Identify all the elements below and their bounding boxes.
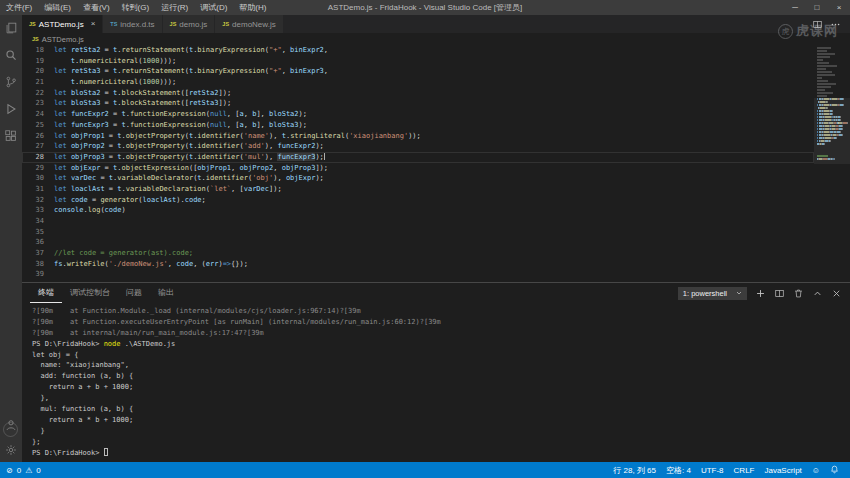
token: , [ (227, 121, 240, 129)
panel: 终端调试控制台问题输出 1: powershell (22, 282, 850, 462)
token: {}); (231, 260, 248, 268)
token: = (109, 110, 122, 118)
token: funcExpr3 (71, 121, 109, 129)
terminal-text: node (104, 340, 121, 348)
search-icon (4, 48, 18, 62)
terminal-text: } (32, 427, 45, 435)
panel-tab-item[interactable]: 输出 (150, 284, 182, 302)
token: "+" (269, 67, 282, 75)
panel-tab-item[interactable]: 调试控制台 (62, 284, 118, 302)
window-title: ASTDemo.js - FridaHook - Visual Studio C… (328, 2, 523, 13)
panel-tab-active[interactable]: 终端 (30, 284, 62, 303)
close-button[interactable]: × (828, 0, 850, 15)
token: => (223, 260, 231, 268)
activitybar-item-extensions[interactable] (3, 128, 19, 144)
activitybar-item-explorer[interactable] (3, 20, 19, 36)
code-text: let objProp2 = t.objectProperty(t.identi… (54, 141, 814, 152)
activitybar-bottom (3, 417, 19, 458)
activitybar-item-settings[interactable] (3, 442, 19, 458)
token: retSta2 (189, 89, 219, 97)
activitybar-item-search[interactable] (3, 47, 19, 63)
menu-item[interactable]: 查看(V) (77, 0, 116, 15)
code-line: 18let retSta2 = t.returnStatement(t.bina… (22, 45, 814, 56)
kill-terminal-trash-icon[interactable] (793, 288, 804, 299)
terminal-shell-select[interactable]: 1: powershell (678, 287, 747, 300)
new-terminal-icon[interactable] (755, 288, 766, 299)
terminal-line: } (32, 426, 850, 437)
token: , (273, 164, 281, 172)
status-encoding[interactable]: UTF-8 (696, 466, 729, 475)
token: varDec (71, 174, 96, 182)
token: let (54, 67, 67, 75)
minimize-button[interactable]: ─ (784, 0, 806, 15)
token: , [ (231, 185, 244, 193)
token: objProp2 (71, 142, 105, 150)
status-language-mode[interactable]: JavaScript (759, 466, 806, 475)
editor: 18let retSta2 = t.returnStatement(t.bina… (22, 45, 850, 282)
code-area[interactable]: 18let retSta2 = t.returnStatement(t.bina… (22, 45, 814, 282)
status-cursor-position[interactable]: 行 28, 列 65 (608, 465, 661, 476)
menu-item[interactable]: 帮助(H) (233, 0, 272, 15)
minimap-seg (817, 62, 829, 64)
token: ]); (315, 164, 328, 172)
token: objectProperty (126, 142, 185, 150)
menu-item[interactable]: 转到(G) (116, 0, 156, 15)
maximize-panel-chevron-up-icon[interactable] (812, 288, 823, 299)
main-area: JSASTDemo.js×TSindex.d.tsJSdemo.jsJSdemo… (0, 15, 850, 462)
split-editor-icon[interactable] (812, 19, 823, 30)
terminal-output[interactable]: ?[90m at Function.Module._load (internal… (22, 303, 850, 462)
feedback-smiley-icon[interactable]: ☺ (807, 466, 825, 475)
breadcrumb[interactable]: JS ASTDemo.js (22, 33, 850, 45)
token: = (100, 89, 113, 97)
token: ; (202, 196, 206, 204)
minimap[interactable] (814, 45, 850, 282)
maximize-button[interactable]: □ (806, 0, 828, 15)
menu-item[interactable]: 文件(F) (0, 0, 38, 15)
more-actions-icon[interactable] (830, 19, 841, 30)
tab-index-d-ts[interactable]: TSindex.d.ts (103, 15, 162, 33)
token: ]); (218, 89, 231, 97)
token: code (185, 196, 202, 204)
tab-demo-js[interactable]: JSdemo.js (163, 15, 216, 33)
minimap-line (817, 95, 848, 97)
minimap-line (817, 83, 848, 85)
token: , (324, 67, 328, 75)
token: let (54, 99, 67, 107)
token: ); (299, 110, 307, 118)
token: code (176, 260, 193, 268)
activitybar-item-run-debug[interactable] (3, 101, 19, 117)
token: //let code = generator(ast).code; (54, 249, 193, 257)
close-icon[interactable]: × (91, 20, 96, 28)
close-panel-icon[interactable] (831, 288, 842, 299)
chevron-down-icon (735, 289, 743, 297)
tab-ASTDemo-js[interactable]: JSASTDemo.js× (22, 15, 103, 33)
notifications-bell-icon[interactable] (825, 465, 844, 475)
menu-item[interactable]: 调试(D) (194, 0, 233, 15)
minimap-seg (817, 71, 832, 73)
token: 'obj' (252, 174, 273, 182)
terminal-text: mul: function (a, b) { (32, 405, 133, 413)
terminal-text: name: "xiaojianbang", (32, 361, 129, 369)
tab-demoNew-js[interactable]: JSdemoNew.js (215, 15, 283, 33)
problems-status[interactable]: ⊘ 0 ⚠ 0 (6, 466, 41, 475)
text-cursor (324, 152, 325, 160)
minimap-line (817, 56, 848, 58)
split-terminal-icon[interactable] (774, 288, 785, 299)
status-eol[interactable]: CRLF (729, 466, 760, 475)
token: generator (100, 196, 138, 204)
activitybar-item-account[interactable] (3, 417, 19, 433)
panel-tab-item[interactable]: 问题 (118, 284, 150, 302)
activitybar-item-source-control[interactable] (3, 74, 19, 90)
tab-bar: JSASTDemo.js×TSindex.d.tsJSdemo.jsJSdemo… (22, 15, 850, 33)
minimap-seg (817, 50, 827, 52)
menu-item[interactable]: 运行(R) (155, 0, 194, 15)
ts-file-icon: TS (110, 21, 117, 27)
status-indentation[interactable]: 空格: 4 (661, 465, 696, 476)
token: './demoNew.js' (109, 260, 168, 268)
token: objExpr (286, 174, 316, 182)
code-text: t.numericLiteral(1000))); (54, 77, 814, 88)
minimap-seg (832, 113, 833, 115)
minimap-seg (843, 104, 844, 106)
menu-item[interactable]: 编辑(E) (38, 0, 77, 15)
line-number: 27 (22, 141, 54, 152)
